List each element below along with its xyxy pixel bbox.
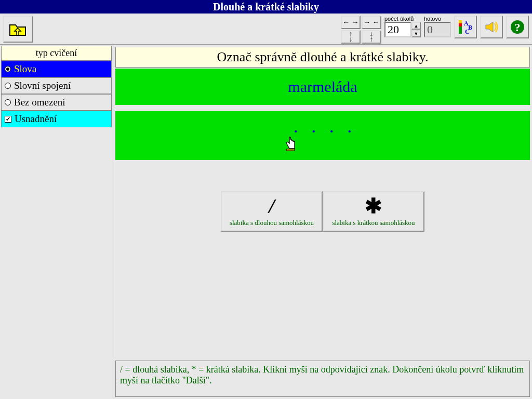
svg-text:?: ? bbox=[515, 21, 521, 34]
tasks-up-button[interactable]: ▲ bbox=[411, 22, 421, 30]
radio-label: Slova bbox=[14, 63, 36, 75]
long-label: slabika s dlouhou samohláskou bbox=[230, 219, 314, 227]
tasks-input[interactable] bbox=[384, 22, 411, 37]
sidebar: typ cvičení Slova Slovní spojení Bez ome… bbox=[0, 45, 113, 399]
long-syllable-button[interactable]: / slabika s dlouhou samohláskou bbox=[221, 191, 323, 232]
syllable-dots: . . . . bbox=[294, 111, 351, 160]
svg-text:C: C bbox=[465, 28, 470, 35]
svg-rect-8 bbox=[286, 149, 295, 151]
tasks-label: počet úkolů bbox=[384, 16, 414, 22]
short-syllable-button[interactable]: ✱ slabika s krátkou samohláskou bbox=[323, 191, 424, 232]
long-symbol: / bbox=[269, 196, 274, 217]
dot: . bbox=[312, 121, 316, 160]
folder-up-icon bbox=[9, 22, 28, 36]
answer-area[interactable]: . . . . bbox=[115, 111, 530, 160]
sound-button[interactable] bbox=[480, 16, 503, 38]
dot: . bbox=[348, 121, 352, 160]
abc-button[interactable]: A B C bbox=[454, 16, 477, 38]
instruction-text: Označ správně dlouhé a krátké slabiky. bbox=[115, 47, 530, 68]
radio-icon bbox=[5, 99, 11, 105]
radio-option-bez-omezeni[interactable]: Bez omezení bbox=[1, 94, 112, 111]
done-label: hotovo bbox=[424, 16, 441, 22]
dot: . bbox=[330, 121, 334, 160]
radio-icon bbox=[5, 83, 11, 89]
svg-rect-0 bbox=[459, 26, 462, 34]
radio-icon bbox=[5, 66, 11, 72]
open-folder-button[interactable] bbox=[3, 16, 33, 43]
done-input bbox=[424, 22, 451, 37]
tasks-count-group: počet úkolů ▲ ▼ bbox=[384, 16, 421, 37]
help-button[interactable]: ? bbox=[506, 16, 529, 38]
svg-rect-2 bbox=[459, 20, 462, 23]
resize-controls: ← → → ← ↑↓ ↓↑ bbox=[341, 16, 381, 44]
toolbar: ← → → ← ↑↓ ↓↑ počet úkolů ▲ ▼ hotovo bbox=[0, 14, 532, 45]
help-text: / = dlouhá slabika, * = krátká slabika. … bbox=[115, 361, 530, 397]
hand-cursor-icon bbox=[284, 136, 297, 154]
main-area: Označ správně dlouhé a krátké slabiky. m… bbox=[113, 45, 532, 399]
help-icon: ? bbox=[510, 19, 525, 35]
checkbox-label: Usnadnění bbox=[15, 113, 57, 125]
checkbox-icon: ✔ bbox=[5, 116, 11, 123]
expand-vertical-button[interactable]: ↑↓ bbox=[341, 30, 361, 44]
radio-label: Slovní spojení bbox=[14, 80, 71, 91]
expand-horizontal-button[interactable]: ← → bbox=[341, 16, 361, 29]
svg-rect-1 bbox=[459, 23, 462, 26]
radio-option-slovni-spojeni[interactable]: Slovní spojení bbox=[1, 77, 112, 94]
radio-option-slova[interactable]: Slova bbox=[1, 61, 112, 77]
title-bar: Dlouhé a krátké slabiky bbox=[0, 0, 532, 14]
radio-label: Bez omezení bbox=[14, 97, 65, 108]
sidebar-heading: typ cvičení bbox=[1, 46, 112, 61]
checkbox-usnadneni[interactable]: ✔ Usnadnění bbox=[1, 111, 112, 127]
tasks-down-button[interactable]: ▼ bbox=[411, 30, 421, 37]
short-symbol: ✱ bbox=[365, 196, 382, 217]
choice-buttons: / slabika s dlouhou samohláskou ✱ slabik… bbox=[115, 191, 530, 232]
abc-icon: A B C bbox=[458, 19, 473, 35]
shrink-vertical-button[interactable]: ↓↑ bbox=[362, 30, 381, 44]
word-display: marmeláda bbox=[115, 69, 530, 105]
short-label: slabika s krátkou samohláskou bbox=[332, 219, 415, 227]
speaker-icon bbox=[484, 19, 499, 35]
done-count-group: hotovo bbox=[424, 16, 451, 37]
shrink-horizontal-button[interactable]: → ← bbox=[362, 16, 381, 29]
